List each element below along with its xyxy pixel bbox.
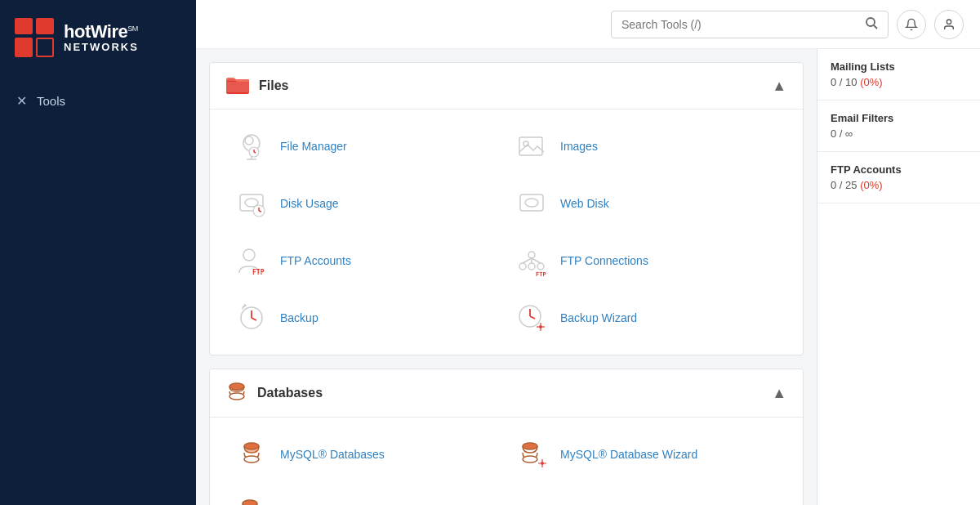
logo-squares bbox=[15, 18, 54, 57]
file-manager-label: File Manager bbox=[280, 140, 347, 153]
svg-line-29 bbox=[523, 258, 532, 263]
rp-email-filters: Email Filters 0 / ∞ bbox=[817, 101, 980, 152]
svg-point-47 bbox=[244, 456, 259, 463]
backup-label: Backup bbox=[280, 311, 318, 324]
logo-hotwire: hotWireSM bbox=[64, 22, 139, 42]
svg-point-8 bbox=[245, 136, 253, 145]
svg-line-20 bbox=[259, 211, 261, 212]
svg-point-26 bbox=[519, 263, 526, 270]
files-header-left: Files bbox=[226, 74, 288, 97]
tool-backup[interactable]: Backup bbox=[226, 289, 506, 346]
svg-rect-14 bbox=[519, 137, 542, 155]
logo-sm: SM bbox=[127, 24, 138, 32]
sidebar: hotWireSM NETWORKS ✕ Tools bbox=[0, 0, 196, 505]
sidebar-item-tools[interactable]: ✕ Tools bbox=[0, 85, 196, 117]
logo-networks: NETWORKS bbox=[64, 42, 139, 53]
logo-sq-1 bbox=[15, 18, 33, 34]
backup-wizard-label: Backup Wizard bbox=[560, 311, 637, 324]
backup-icon bbox=[234, 301, 269, 335]
tool-images[interactable]: Images bbox=[506, 118, 786, 175]
svg-line-13 bbox=[254, 152, 256, 153]
ftp-accounts-icon: FTP bbox=[234, 244, 269, 278]
disk-usage-label: Disk Usage bbox=[280, 197, 339, 210]
databases-tools-grid: MySQL® Databases bbox=[210, 418, 803, 505]
tool-web-disk[interactable]: Web Disk bbox=[506, 175, 786, 232]
folder-icon bbox=[226, 74, 249, 97]
rp-ftp-accounts: FTP Accounts 0 / 25 (0%) bbox=[817, 152, 980, 203]
svg-point-0 bbox=[866, 18, 875, 26]
tool-disk-usage[interactable]: Disk Usage bbox=[226, 175, 506, 232]
svg-point-23 bbox=[243, 249, 255, 261]
logo-sq-2 bbox=[36, 18, 54, 34]
svg-point-2 bbox=[947, 20, 951, 24]
svg-point-45 bbox=[229, 393, 244, 400]
file-manager-icon bbox=[234, 129, 269, 163]
svg-point-55 bbox=[243, 500, 257, 505]
web-disk-icon bbox=[514, 186, 549, 221]
databases-section-header: Databases ▲ bbox=[210, 369, 803, 418]
web-disk-label: Web Disk bbox=[560, 197, 609, 210]
tool-backup-wizard[interactable]: Backup Wizard bbox=[506, 289, 786, 346]
images-label: Images bbox=[560, 140, 598, 153]
user-button[interactable] bbox=[934, 10, 964, 39]
ftp-accounts-label: FTP Accounts bbox=[280, 254, 351, 267]
header bbox=[196, 0, 980, 49]
rp-email-filters-value: 0 / ∞ bbox=[831, 127, 967, 140]
main-content: Files ▲ bbox=[196, 49, 817, 505]
ftp-connections-icon: FTP bbox=[514, 244, 549, 278]
svg-point-22 bbox=[525, 199, 538, 207]
svg-text:FTP: FTP bbox=[252, 269, 265, 276]
rp-mailing-lists-value: 0 / 10 (0%) bbox=[831, 76, 967, 88]
logo-area: hotWireSM NETWORKS bbox=[0, 0, 196, 72]
notification-button[interactable] bbox=[897, 10, 926, 39]
remote-mysql-icon bbox=[234, 494, 269, 505]
files-collapse-button[interactable]: ▲ bbox=[772, 78, 786, 95]
tool-remote-mysql[interactable]: Remote MySQL® bbox=[226, 483, 506, 505]
tool-file-manager[interactable]: File Manager bbox=[226, 118, 506, 175]
svg-text:FTP: FTP bbox=[536, 271, 546, 278]
logo-text: hotWireSM NETWORKS bbox=[64, 22, 139, 53]
rp-ftp-accounts-label: FTP Accounts bbox=[831, 163, 967, 176]
rp-mailing-lists-label: Mailing Lists bbox=[831, 60, 967, 73]
search-input[interactable] bbox=[621, 18, 858, 31]
svg-point-49 bbox=[523, 456, 537, 463]
tool-mysql-databases[interactable]: MySQL® Databases bbox=[226, 426, 506, 483]
mysql-databases-icon bbox=[234, 437, 269, 471]
svg-point-44 bbox=[229, 383, 244, 390]
mysql-databases-label: MySQL® Databases bbox=[280, 448, 385, 461]
rp-email-filters-label: Email Filters bbox=[831, 112, 967, 124]
tool-ftp-accounts[interactable]: FTP FTP Accounts bbox=[226, 232, 506, 289]
mysql-database-wizard-label: MySQL® Database Wizard bbox=[560, 448, 697, 461]
sidebar-nav: ✕ Tools bbox=[0, 72, 196, 130]
mysql-database-wizard-icon bbox=[514, 437, 549, 471]
svg-point-28 bbox=[528, 263, 535, 270]
svg-point-27 bbox=[537, 263, 544, 270]
svg-line-31 bbox=[532, 258, 541, 263]
files-section-header: Files ▲ bbox=[210, 63, 803, 109]
backup-wizard-icon bbox=[514, 301, 549, 335]
databases-section: Databases ▲ bbox=[209, 369, 804, 505]
sidebar-tools-label: Tools bbox=[37, 94, 65, 108]
tool-ftp-connections[interactable]: FTP FTP Connections bbox=[506, 232, 786, 289]
tool-mysql-database-wizard[interactable]: MySQL® Database Wizard bbox=[506, 426, 786, 483]
images-icon bbox=[514, 129, 549, 163]
search-button[interactable] bbox=[865, 16, 878, 33]
databases-collapse-button[interactable]: ▲ bbox=[772, 385, 786, 402]
svg-point-46 bbox=[244, 443, 259, 449]
svg-rect-6 bbox=[226, 82, 249, 92]
rp-mailing-lists: Mailing Lists 0 / 10 (0%) bbox=[817, 49, 980, 101]
tools-icon: ✕ bbox=[16, 93, 27, 109]
databases-section-title: Databases bbox=[257, 386, 323, 400]
disk-usage-icon bbox=[234, 186, 269, 221]
right-panel: Mailing Lists 0 / 10 (0%) Email Filters … bbox=[817, 49, 980, 505]
svg-point-50 bbox=[541, 462, 544, 465]
databases-icon bbox=[226, 381, 247, 405]
main-area: Files ▲ bbox=[196, 0, 980, 505]
rp-ftp-accounts-value: 0 / 25 (0%) bbox=[831, 179, 967, 191]
svg-point-48 bbox=[523, 443, 537, 449]
svg-point-39 bbox=[539, 325, 542, 328]
files-section-title: Files bbox=[259, 78, 288, 93]
svg-line-1 bbox=[874, 25, 877, 29]
files-tools-grid: File Manager Images bbox=[210, 109, 803, 355]
logo-sq-4 bbox=[15, 38, 33, 57]
